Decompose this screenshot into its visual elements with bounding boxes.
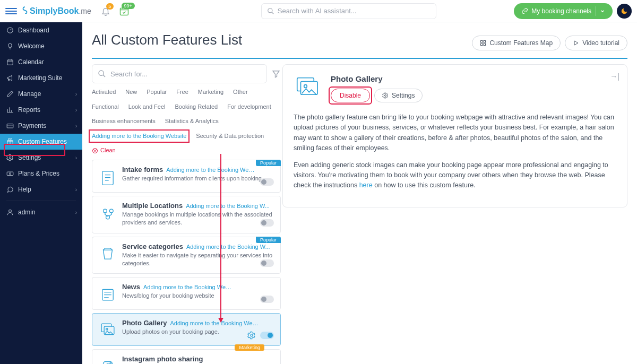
feature-category[interactable]: Adding more to the Booking W... [186, 244, 270, 250]
filter-activated[interactable]: Activated [92, 88, 116, 97]
nav-calendar[interactable]: Calendar [0, 54, 82, 70]
play-icon [573, 40, 579, 46]
feature-toggle[interactable] [260, 178, 274, 186]
feature-card[interactable]: News Adding more to the Booking WebsiteN… [92, 277, 281, 310]
feature-title: News [122, 283, 140, 291]
filter-look-and-feel[interactable]: Look and Feel [128, 102, 166, 112]
filter-functional[interactable]: Functional [92, 102, 119, 112]
search-placeholder: Search for... [110, 70, 148, 78]
nav-welcome[interactable]: Welcome [0, 38, 82, 54]
popular-badge: Popular [256, 160, 281, 166]
main-content: All Custom Features List Custom Features… [82, 22, 637, 364]
nav-plans-prices[interactable]: Plans & Prices [0, 166, 82, 181]
svg-rect-7 [7, 172, 13, 175]
chevron-right-icon: › [75, 155, 77, 161]
svg-rect-10 [481, 40, 483, 42]
filter-adding-more[interactable]: Adding more to the Booking Website [89, 129, 190, 143]
nav-payments[interactable]: Payments› [0, 118, 82, 134]
feature-category[interactable]: Adding more to the Booking Website [170, 320, 261, 326]
megaphone-icon [6, 74, 14, 82]
popular-badge: Popular [256, 237, 281, 243]
chevron-right-icon: › [75, 187, 77, 193]
feature-toggle[interactable] [260, 332, 274, 339]
nav-marketing-suite[interactable]: Marketing Suite [0, 70, 82, 86]
filter-for-development[interactable]: For development [227, 102, 271, 112]
feature-category[interactable]: Adding more to the Booking W... [186, 203, 270, 209]
close-panel-button[interactable]: →| [610, 72, 619, 81]
gear-icon [6, 154, 14, 161]
gear-icon [382, 92, 389, 99]
marketing-badge: Marketing [235, 344, 264, 351]
feature-settings-icon[interactable] [247, 331, 256, 340]
filter-other[interactable]: Other [233, 88, 248, 97]
filter-statistics-analytics[interactable]: Statistics & Analytics [165, 117, 219, 126]
feature-icon [99, 357, 117, 364]
filter-popular[interactable]: Popular [147, 88, 167, 97]
nav-dashboard[interactable]: Dashboard [0, 22, 82, 38]
disable-button[interactable]: Disable [331, 89, 370, 102]
svg-point-32 [385, 95, 386, 97]
feature-card[interactable]: MarketingInstagram photo sharing Adding … [92, 349, 281, 364]
svg-point-1 [268, 8, 272, 12]
feature-card[interactable]: PopularService categories Adding more to… [92, 237, 281, 274]
page-title: All Custom Features List [92, 32, 242, 48]
nav-manage[interactable]: Manage› [0, 86, 82, 102]
feature-card[interactable]: Multiple Locations Adding more to the Bo… [92, 196, 281, 233]
detail-paragraph-2: Even adding generic stock images can mak… [294, 160, 616, 191]
nav-reports[interactable]: Reports› [0, 102, 82, 118]
video-tutorial-button[interactable]: Video tutorial [565, 36, 627, 50]
theme-toggle-button[interactable] [617, 4, 632, 19]
svg-point-18 [104, 209, 107, 213]
chat-icon [6, 186, 14, 193]
link-icon [521, 7, 528, 14]
chart-icon [6, 106, 14, 114]
filter-booking-related[interactable]: Booking Related [175, 102, 218, 112]
svg-point-19 [109, 209, 113, 213]
svg-rect-4 [7, 124, 13, 128]
svg-rect-12 [481, 44, 483, 46]
feature-category[interactable]: Adding more to the Booking Website [166, 167, 256, 173]
chevron-down-icon [596, 6, 605, 16]
logo[interactable]: SimplyBook.me [21, 6, 91, 16]
feature-toggle[interactable] [260, 219, 274, 227]
notifications-button[interactable]: 5 [101, 6, 110, 16]
gift-icon [6, 138, 14, 145]
nav-admin[interactable]: admin› [0, 204, 82, 220]
feature-title: Intake forms [122, 166, 163, 174]
feature-search-input[interactable]: Search for... [92, 64, 267, 83]
settings-button[interactable]: Settings [374, 89, 423, 102]
filter-icon[interactable] [271, 69, 281, 79]
hamburger-menu[interactable] [5, 5, 17, 17]
feature-description: Gather required information from clients… [122, 175, 274, 183]
feature-card[interactable]: Photo Gallery Adding more to the Booking… [92, 313, 281, 346]
nav-settings[interactable]: Settings› [0, 150, 82, 166]
feature-title: Service categories [122, 242, 183, 250]
ai-search-input[interactable]: Search with AI assistant... [261, 3, 436, 19]
booking-channels-button[interactable]: My booking channels [514, 3, 613, 19]
feature-title: Instagram photo sharing [122, 355, 203, 363]
instructions-link[interactable]: here [359, 181, 373, 189]
nav-help[interactable]: Help› [0, 181, 82, 197]
feature-icon [99, 321, 117, 339]
filter-new[interactable]: New [125, 88, 137, 97]
calendar-button[interactable]: 99+ [119, 6, 130, 16]
svg-point-6 [9, 157, 11, 159]
svg-rect-13 [484, 44, 486, 46]
filter-clean[interactable]: Clean [92, 146, 116, 155]
custom-features-map-button[interactable]: Custom Features Map [472, 36, 561, 50]
nav-custom-features[interactable]: Custom Features [0, 134, 82, 150]
features-list: PopularIntake forms Adding more to the B… [92, 160, 281, 364]
chevron-right-icon: › [75, 91, 77, 97]
filter-free[interactable]: Free [176, 88, 188, 97]
filter-marketing[interactable]: Marketing [198, 88, 223, 97]
feature-toggle[interactable] [260, 259, 274, 267]
filter-business-enhancements[interactable]: Business enhancements [92, 117, 156, 126]
feature-icon [99, 168, 117, 186]
logo-text: SimplyBook [30, 6, 79, 16]
filter-security-data[interactable]: Security & Data protection [196, 132, 264, 141]
feature-toggle[interactable] [260, 296, 274, 303]
feature-icon [99, 204, 117, 222]
feature-card[interactable]: PopularIntake forms Adding more to the B… [92, 160, 281, 193]
svg-rect-0 [120, 8, 128, 15]
feature-category[interactable]: Adding more to the Booking Website [143, 284, 234, 290]
